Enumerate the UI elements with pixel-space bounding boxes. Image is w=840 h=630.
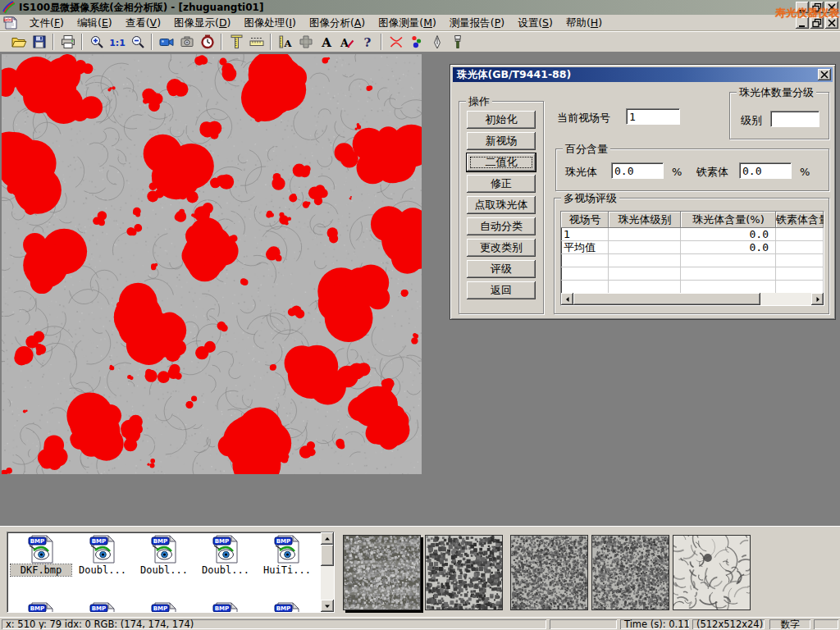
caliper-vertical-button[interactable] (226, 32, 246, 52)
print-button[interactable] (57, 32, 78, 52)
micrograph-image[interactable] (2, 54, 422, 474)
file-item-2[interactable]: BMPDoubl... (72, 534, 133, 598)
column-header-3[interactable]: 珠光体含量(%) (681, 212, 776, 228)
save-button[interactable] (29, 32, 49, 52)
file-item-next-row[interactable]: BMP (195, 601, 256, 613)
current-field-input[interactable] (626, 108, 680, 125)
op-button-9[interactable]: 返回 (467, 281, 536, 299)
table-cell (609, 228, 681, 241)
svg-text:BMP: BMP (92, 605, 106, 612)
ruler-horizontal-button[interactable] (246, 32, 267, 52)
file-item-4[interactable]: BMPDoubl... (195, 534, 256, 598)
video-camera-icon (158, 34, 175, 50)
file-item-next-row[interactable]: BMP (11, 601, 71, 613)
menu-image-analysis[interactable]: 图像分析(A) (303, 15, 372, 30)
file-item-next-row[interactable]: BMP (134, 601, 194, 613)
table-cell (776, 267, 824, 281)
file-item-5[interactable]: BMPHuiTi... (257, 534, 317, 598)
op-button-6[interactable]: 自动分类 (467, 217, 536, 235)
op-button-4[interactable]: 修正 (467, 175, 536, 193)
scroll-down-arrow[interactable] (321, 600, 334, 612)
op-button-3[interactable]: 二值化 (467, 153, 536, 171)
mdi-close-button[interactable] (825, 17, 838, 29)
file-item-3[interactable]: BMPDoubl... (134, 534, 194, 598)
file-item-1[interactable]: BMPDKF.bmp (11, 534, 71, 598)
thumbnail-1[interactable] (343, 535, 421, 610)
scroll-thumb[interactable] (573, 293, 760, 305)
menu-image-measure[interactable]: 图像测量(M) (372, 15, 443, 30)
table-row[interactable]: 10.0 (561, 228, 824, 241)
svg-text:BMP: BMP (215, 538, 229, 545)
scroll-left-arrow[interactable] (561, 293, 573, 305)
table-row[interactable]: 平均值0.0 (561, 241, 824, 254)
capture-camera-icon (179, 34, 195, 50)
menu-image-process[interactable]: 图像处理(I) (237, 15, 302, 30)
ferrite-label: 铁素体 (696, 166, 728, 179)
table-horizontal-scrollbar[interactable] (561, 293, 824, 305)
menu-edit[interactable]: 编辑(E) (71, 15, 119, 30)
file-item-next-row[interactable]: BMP (72, 601, 133, 613)
measure-label-button[interactable]: A (275, 32, 295, 52)
table-body: 10.0平均值0.0 (561, 228, 824, 294)
video-camera-button[interactable] (156, 32, 176, 52)
dialog-close-button[interactable] (818, 69, 831, 80)
file-list-scrollbar[interactable] (321, 532, 334, 612)
grade-input[interactable] (770, 111, 819, 127)
file-item-next-row[interactable]: BMP (257, 601, 317, 613)
mdi-restore-button[interactable] (810, 17, 824, 29)
bmp-file-icon: BMP (150, 601, 178, 613)
table-cell (776, 254, 824, 267)
table-row[interactable] (561, 267, 824, 281)
svg-text:?: ? (363, 35, 371, 50)
phase-color-balls-button[interactable] (406, 32, 427, 52)
thumbnail-5[interactable] (673, 535, 751, 610)
menu-help[interactable]: 帮助(H) (559, 15, 609, 30)
op-button-8[interactable]: 评级 (467, 260, 536, 278)
thumbnail-2[interactable] (425, 535, 503, 610)
scroll-thumb[interactable] (321, 545, 334, 566)
scroll-up-arrow[interactable] (321, 532, 334, 545)
menu-image-display[interactable]: 图像显示(D) (167, 15, 237, 30)
text-annotation-button[interactable]: A (316, 32, 336, 52)
ferrite-percent-input[interactable] (739, 162, 792, 179)
thumbnail-4[interactable] (591, 535, 669, 610)
table-cell (776, 228, 824, 241)
minimize-button[interactable] (796, 2, 809, 13)
table-row[interactable] (561, 254, 824, 267)
svg-text:BMP: BMP (30, 605, 44, 612)
menu-settings[interactable]: 设置(S) (511, 15, 559, 30)
scroll-right-arrow[interactable] (811, 293, 824, 305)
op-button-2[interactable]: 新视场 (467, 132, 536, 150)
curve-erase-button[interactable] (386, 32, 406, 52)
close-button[interactable] (825, 2, 838, 13)
grid-cross-button[interactable] (295, 32, 316, 52)
open-button[interactable] (8, 32, 29, 52)
column-header-4[interactable]: 铁素体含量(%) (776, 212, 824, 228)
help-button[interactable]: ? (357, 32, 377, 52)
brush-tool-button[interactable] (447, 32, 468, 52)
pen-tool-button[interactable] (427, 32, 447, 52)
op-button-1[interactable]: 初始化 (467, 111, 536, 129)
table-row[interactable] (561, 281, 824, 294)
menu-measure-report[interactable]: 测量报告(P) (443, 15, 511, 30)
actual-size-button[interactable]: 1:1 (107, 32, 127, 52)
op-button-7[interactable]: 更改类别 (467, 239, 536, 257)
bmp-file-icon: BMP (273, 534, 301, 564)
zoom-out-button[interactable] (127, 32, 148, 52)
text-edit-button[interactable]: A (336, 32, 357, 52)
thumbnail-3[interactable] (510, 535, 588, 610)
pearlite-percent-input[interactable] (611, 162, 664, 179)
rating-table: 视场号珠光体级别珠光体含量(%)铁素体含量(%) 10.0平均值0.0 (560, 211, 824, 306)
document-icon[interactable]: DOC (3, 16, 18, 30)
timer-clock-button[interactable] (197, 32, 217, 52)
dialog-title-bar[interactable]: 珠光体(GB/T9441-88) (453, 67, 833, 82)
column-header-1[interactable]: 视场号 (561, 212, 609, 228)
capture-camera-button[interactable] (176, 32, 197, 52)
restore-button[interactable] (810, 2, 824, 13)
zoom-in-button[interactable] (86, 32, 107, 52)
menu-file[interactable]: 文件(F) (23, 15, 71, 30)
op-button-5[interactable]: 点取珠光体 (467, 196, 536, 214)
mdi-minimize-button[interactable] (796, 17, 809, 29)
column-header-2[interactable]: 珠光体级别 (609, 212, 681, 228)
menu-view[interactable]: 查看(V) (119, 15, 167, 30)
